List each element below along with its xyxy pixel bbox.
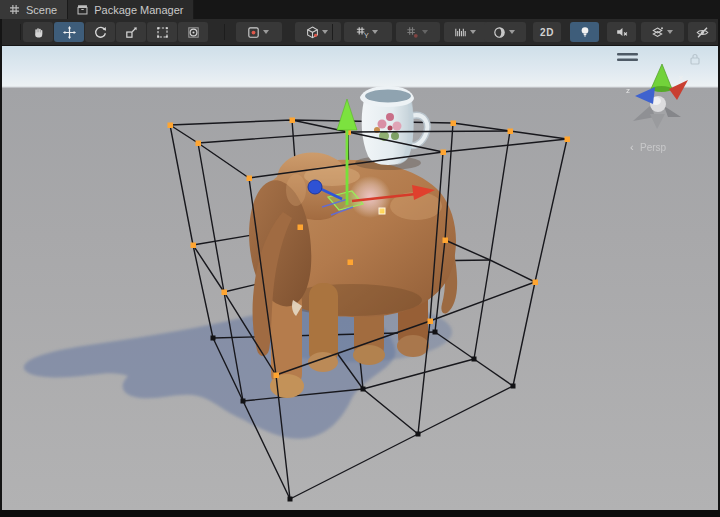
window-edge-bottom [0,510,720,517]
pivot-icon [246,25,261,40]
grid-snap-button[interactable] [396,22,440,42]
handle-orientation-button[interactable] [295,22,341,42]
separator [332,24,333,40]
move-icon [62,25,77,40]
separator [224,24,225,40]
scene-toolbar: Y 2D [0,19,720,46]
2d-view-button[interactable]: 2D [533,22,561,42]
scale-icon [124,25,139,40]
package-icon [76,3,89,16]
light-bulb-icon [578,25,592,39]
effects-button[interactable] [641,22,684,42]
eye-off-icon [695,25,710,40]
persp-arrow[interactable]: ‹ [630,141,634,153]
transform-tool-button[interactable] [178,22,208,42]
shaded-sphere-icon [492,25,507,40]
dropdown-arrow[interactable] [422,30,428,34]
grid-snap-icon [405,25,420,40]
snap-increment-icon [453,25,468,40]
tab-package-manager-label: Package Manager [94,4,183,16]
svg-text:Y: Y [364,32,369,39]
scale-tool-button[interactable] [116,22,146,42]
audio-muted-icon [615,25,629,39]
dropdown-arrow[interactable] [667,30,673,34]
hand-icon [31,25,46,40]
rotate-icon [93,25,108,40]
hamburger-icon[interactable] [617,53,638,56]
grid-icon [8,3,21,16]
skybox [2,46,718,88]
persp-label[interactable]: Persp [640,142,667,153]
rect-tool-button[interactable] [147,22,177,42]
dropdown-arrow[interactable] [470,30,476,34]
transform-icon [186,25,201,40]
pivot-mode-button[interactable] [236,22,282,42]
separator [20,24,21,40]
grid-axis-button[interactable]: Y [344,22,392,42]
scene-viewport[interactable]: z x ‹ Persp [2,46,718,510]
snap-increment-button[interactable] [444,22,488,42]
2d-label: 2D [540,27,554,38]
hand-tool-button[interactable] [23,22,53,42]
dropdown-arrow[interactable] [263,30,269,34]
tab-bar: Scene Package Manager [0,0,720,19]
rotate-tool-button[interactable] [85,22,115,42]
tab-scene[interactable]: Scene [0,0,68,19]
tab-scene-label: Scene [26,4,57,16]
dropdown-arrow[interactable] [372,30,378,34]
effects-icon [650,25,665,40]
axis-x-label: x [679,73,683,82]
unity-scene-window: Scene Package Manager [0,0,720,517]
rect-tool-icon [155,25,170,40]
window-edge-left [0,19,2,517]
gizmo-z-arrowhead[interactable] [308,180,322,194]
move-tool-button[interactable] [54,22,84,42]
tab-package-manager[interactable]: Package Manager [68,0,194,19]
scene-render: z x ‹ Persp [2,46,718,510]
dropdown-arrow[interactable] [509,30,515,34]
grid-y-icon: Y [355,25,370,40]
horizon-line [2,86,718,88]
audio-toggle-button[interactable] [607,22,636,42]
draw-mode-button[interactable] [484,22,526,42]
axis-z-label: z [626,86,630,95]
cube-icon [305,25,320,40]
dropdown-arrow[interactable] [322,30,328,34]
scene-lighting-button[interactable] [570,22,599,42]
scene-visibility-button[interactable] [688,22,716,42]
